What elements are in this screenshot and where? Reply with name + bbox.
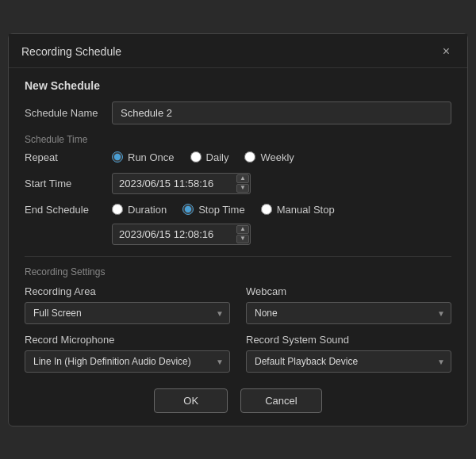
end-duration[interactable]: Duration xyxy=(112,204,167,216)
start-time-input[interactable] xyxy=(112,173,251,194)
repeat-run-once-label: Run Once xyxy=(128,151,175,163)
dialog-title: Recording Schedule xyxy=(21,45,121,58)
repeat-daily[interactable]: Daily xyxy=(190,151,229,163)
start-time-spinner: ▲ ▼ xyxy=(236,174,249,193)
webcam-select-wrap: None Default Webcam ▼ xyxy=(246,302,451,324)
start-time-up[interactable]: ▲ xyxy=(236,174,249,183)
end-manual-stop-label: Manual Stop xyxy=(277,204,335,216)
repeat-daily-radio[interactable] xyxy=(190,151,202,163)
end-schedule-row: End Schedule Duration Stop Time Manual S… xyxy=(25,204,451,216)
schedule-time-section-label: Schedule Time xyxy=(25,134,451,145)
start-time-input-wrap: ▲ ▼ xyxy=(112,173,251,194)
repeat-weekly-label: Weekly xyxy=(260,151,294,163)
end-schedule-radio-group: Duration Stop Time Manual Stop xyxy=(112,204,335,216)
end-duration-radio[interactable] xyxy=(112,204,123,215)
stop-time-down[interactable]: ▼ xyxy=(236,235,249,243)
start-time-row: Start Time ▲ ▼ xyxy=(25,173,451,194)
new-schedule-heading: New Schedule xyxy=(25,79,451,92)
record-system-label: Record System Sound xyxy=(246,334,451,346)
end-manual-stop[interactable]: Manual Stop xyxy=(261,204,335,216)
record-system-col: Record System Sound Default Playback Dev… xyxy=(246,334,451,373)
stop-time-input[interactable] xyxy=(112,224,251,245)
repeat-daily-label: Daily xyxy=(206,151,229,163)
stop-time-input-wrap: ▲ ▼ xyxy=(112,224,251,245)
repeat-run-once-radio[interactable] xyxy=(112,151,123,163)
end-stop-time-label: Stop Time xyxy=(198,204,245,216)
end-stop-time-radio[interactable] xyxy=(182,204,194,215)
cancel-button[interactable]: Cancel xyxy=(240,388,321,413)
end-schedule-label: End Schedule xyxy=(25,204,112,216)
ok-button[interactable]: OK xyxy=(154,388,228,413)
schedule-name-row: Schedule Name xyxy=(25,101,451,124)
recording-area-select[interactable]: Full Screen Custom Area Window xyxy=(25,302,230,324)
record-system-select-wrap: Default Playback Device None ▼ xyxy=(246,350,451,373)
stop-time-spinner: ▲ ▼ xyxy=(236,225,249,243)
close-button[interactable]: × xyxy=(438,44,455,59)
record-mic-select-wrap: Line In (High Definition Audio Device) D… xyxy=(25,350,230,373)
mic-system-sound-row: Record Microphone Line In (High Definiti… xyxy=(25,334,451,373)
schedule-name-input[interactable] xyxy=(112,101,451,124)
button-row: OK Cancel xyxy=(25,388,451,413)
stop-time-row: ▲ ▼ xyxy=(25,224,451,245)
recording-settings-label: Recording Settings xyxy=(25,266,451,277)
repeat-label: Repeat xyxy=(25,151,112,163)
stop-time-up[interactable]: ▲ xyxy=(236,225,249,234)
recording-area-select-wrap: Full Screen Custom Area Window ▼ xyxy=(25,302,230,324)
recording-area-label: Recording Area xyxy=(25,285,230,297)
webcam-col: Webcam None Default Webcam ▼ xyxy=(246,285,451,324)
repeat-row: Repeat Run Once Daily Weekly xyxy=(25,151,451,163)
title-bar: Recording Schedule × xyxy=(9,34,467,68)
repeat-weekly[interactable]: Weekly xyxy=(244,151,294,163)
recording-area-webcam-row: Recording Area Full Screen Custom Area W… xyxy=(25,285,451,324)
divider xyxy=(25,256,451,257)
record-system-select[interactable]: Default Playback Device None xyxy=(246,350,451,373)
start-time-down[interactable]: ▼ xyxy=(236,184,249,193)
repeat-radio-group: Run Once Daily Weekly xyxy=(112,151,294,163)
end-duration-label: Duration xyxy=(128,204,167,216)
start-time-label: Start Time xyxy=(25,178,112,189)
end-manual-stop-radio[interactable] xyxy=(261,204,272,215)
schedule-name-label: Schedule Name xyxy=(25,107,112,119)
record-mic-select[interactable]: Line In (High Definition Audio Device) D… xyxy=(25,350,230,373)
record-mic-label: Record Microphone xyxy=(25,334,230,346)
record-mic-col: Record Microphone Line In (High Definiti… xyxy=(25,334,230,373)
webcam-label: Webcam xyxy=(246,285,451,297)
end-stop-time[interactable]: Stop Time xyxy=(182,204,245,216)
recording-schedule-dialog: Recording Schedule × New Schedule Schedu… xyxy=(8,33,468,426)
recording-area-col: Recording Area Full Screen Custom Area W… xyxy=(25,285,230,324)
repeat-run-once[interactable]: Run Once xyxy=(112,151,175,163)
webcam-select[interactable]: None Default Webcam xyxy=(246,302,451,324)
repeat-weekly-radio[interactable] xyxy=(244,151,255,163)
dialog-body: New Schedule Schedule Name Schedule Time… xyxy=(9,68,467,426)
